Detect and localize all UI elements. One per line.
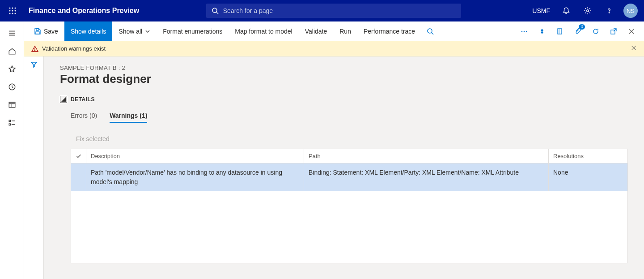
svg-point-0	[9, 8, 11, 9]
svg-point-1	[12, 8, 13, 9]
performance-trace-button[interactable]: Performance trace	[357, 21, 421, 41]
company-label[interactable]: USMF	[528, 7, 555, 14]
map-format-to-model-button[interactable]: Map format to model	[229, 21, 298, 41]
save-button[interactable]: Save	[28, 21, 64, 41]
tab-errors[interactable]: Errors (0)	[71, 112, 97, 123]
grid-header-description[interactable]: Description	[86, 149, 304, 163]
nav-hamburger[interactable]	[0, 24, 24, 42]
svg-point-12	[609, 13, 609, 13]
grid-select-all[interactable]	[71, 149, 86, 163]
popout-icon[interactable]	[605, 21, 623, 41]
action-search-icon[interactable]	[421, 21, 439, 41]
validation-warning-banner: Validation warnings exist	[24, 41, 644, 56]
table-row[interactable]: Path 'model/Vendor/Name' has no binding …	[71, 163, 627, 191]
save-icon	[34, 28, 41, 35]
svg-point-9	[212, 8, 217, 13]
nav-workspaces-icon[interactable]	[0, 96, 24, 114]
settings-gear-icon[interactable]	[578, 0, 597, 21]
app-launcher[interactable]	[4, 0, 21, 21]
chevron-down-icon	[145, 29, 150, 34]
warning-triangle-icon	[31, 45, 38, 52]
attachment-count-badge: 0	[579, 24, 585, 30]
svg-point-7	[12, 13, 13, 14]
svg-point-29	[524, 30, 525, 32]
grid-header-path[interactable]: Path	[304, 149, 549, 163]
row-resolutions: None	[549, 163, 627, 191]
svg-rect-20	[9, 120, 10, 121]
show-details-button[interactable]: Show details	[64, 21, 112, 41]
nav-recent-icon[interactable]	[0, 78, 24, 96]
row-checkbox[interactable]	[71, 163, 86, 191]
fix-selected-button[interactable]: Fix selected	[76, 135, 110, 142]
breadcrumb: SAMPLE FORMAT B : 2	[60, 64, 628, 71]
details-section-toggle[interactable]	[60, 96, 67, 103]
page-title: Format designer	[60, 72, 628, 86]
show-all-button[interactable]: Show all	[112, 21, 157, 41]
filter-icon[interactable]	[30, 61, 38, 279]
user-avatar[interactable]: NS	[623, 4, 638, 18]
svg-point-3	[9, 10, 11, 12]
refresh-icon[interactable]	[587, 21, 605, 41]
svg-rect-21	[9, 124, 10, 125]
validate-button[interactable]: Validate	[299, 21, 334, 41]
banner-text: Validation warnings exist	[42, 45, 106, 52]
banner-close-icon[interactable]	[631, 45, 637, 52]
checkmark-icon	[76, 153, 82, 159]
nav-home-icon[interactable]	[0, 42, 24, 60]
svg-line-10	[216, 12, 218, 14]
svg-point-8	[15, 13, 16, 14]
tab-warnings[interactable]: Warnings (1)	[110, 112, 147, 123]
search-placeholder: Search for a page	[223, 7, 273, 14]
grid-empty-space	[71, 191, 627, 263]
svg-line-27	[432, 33, 433, 34]
svg-rect-31	[558, 29, 562, 34]
warnings-grid: Description Path Resolutions Path 'model…	[71, 149, 628, 263]
help-icon[interactable]	[599, 0, 619, 21]
details-section-label: DETAILS	[71, 96, 95, 103]
options-icon[interactable]	[533, 21, 551, 41]
app-title: Finance and Operations Preview	[21, 7, 146, 15]
svg-point-5	[15, 10, 16, 12]
grid-header-resolutions[interactable]: Resolutions	[549, 149, 627, 163]
svg-point-2	[15, 8, 16, 9]
run-button[interactable]: Run	[333, 21, 357, 41]
svg-point-38	[34, 50, 35, 51]
notifications-icon[interactable]	[556, 0, 576, 21]
svg-rect-25	[36, 32, 39, 34]
format-enumerations-button[interactable]: Format enumerations	[157, 21, 229, 41]
row-description: Path 'model/Vendor/Name' has no binding …	[86, 163, 304, 191]
global-search[interactable]: Search for a page	[206, 4, 461, 18]
svg-rect-17	[9, 102, 15, 107]
row-path: Binding: Statement: XML Element/Party: X…	[304, 163, 549, 191]
svg-rect-24	[36, 29, 38, 30]
svg-point-30	[526, 30, 527, 32]
search-icon	[212, 7, 219, 14]
office-addin-icon[interactable]	[551, 21, 569, 41]
close-button[interactable]	[623, 21, 640, 41]
nav-favorites-icon[interactable]	[0, 60, 24, 78]
more-actions-icon[interactable]	[515, 21, 533, 41]
attachments-icon[interactable]: 0	[569, 21, 587, 41]
svg-point-11	[587, 10, 589, 12]
svg-point-6	[9, 13, 11, 14]
nav-modules-icon[interactable]	[0, 114, 24, 132]
svg-point-28	[521, 30, 523, 32]
svg-point-4	[12, 10, 13, 12]
svg-point-26	[428, 29, 432, 33]
collapse-triangle-icon	[61, 97, 66, 102]
